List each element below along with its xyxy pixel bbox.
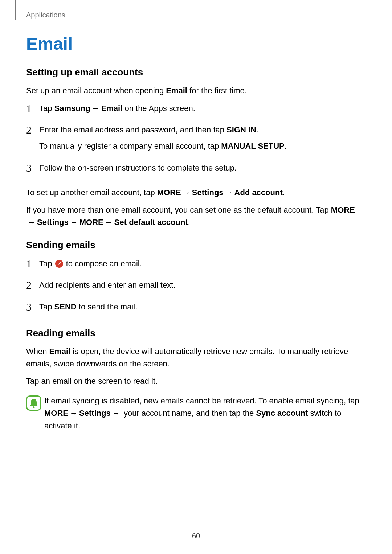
arrow-icon: → (224, 186, 234, 199)
heading-setup: Setting up email accounts (26, 67, 362, 78)
text: . (285, 141, 287, 151)
text-bold: Add account (234, 188, 283, 197)
step-body: Tap SEND to send the mail. (39, 300, 362, 317)
step-number: 2 (26, 279, 39, 291)
step-number: 1 (26, 102, 39, 114)
step-2: 2 Add recipients and enter an email text… (26, 279, 362, 295)
arrow-icon: → (68, 407, 79, 419)
text-bold: MORE (331, 205, 355, 214)
step-text: To manually register a company email acc… (39, 140, 362, 152)
text: To set up another email account, tap (26, 188, 157, 197)
text: for the first time. (187, 86, 247, 95)
text: If email syncing is disabled, new emails… (44, 396, 359, 405)
text: . (283, 188, 285, 197)
reading-p1: When Email is open, the device will auto… (26, 345, 362, 370)
reading-p2: Tap an email on the screen to read it. (26, 375, 362, 387)
step-3: 3 Tap SEND to send the mail. (26, 300, 362, 317)
text-bold: Samsung (54, 104, 90, 113)
text-bold: Sync account (256, 409, 308, 418)
step-number: 2 (26, 123, 39, 136)
text-bold: Email (101, 104, 123, 113)
text: If you have more than one email account,… (26, 205, 331, 214)
text: Tap (39, 259, 54, 268)
text-bold: Email (166, 86, 187, 95)
text: Enter the email address and password, an… (39, 125, 226, 134)
text: Set up an email account when opening (26, 86, 166, 95)
text-bold: MORE (44, 409, 68, 418)
sending-steps: 1 Tap to compose an email. 2 Add rec (26, 257, 362, 317)
text: . (256, 125, 258, 134)
header-rule (15, 0, 21, 20)
tip-block: If email syncing is disabled, new emails… (26, 395, 362, 432)
text: to send the mail. (77, 302, 138, 311)
text-bold: Email (49, 347, 71, 356)
step-2: 2 Enter the email address and password, … (26, 123, 362, 156)
text-bold: Settings (79, 409, 111, 418)
arrow-icon: → (69, 216, 79, 229)
step-body: Tap to compose an email. (39, 257, 362, 274)
page-title: Email (26, 34, 362, 54)
step-3: 3 Follow the on-screen instructions to c… (26, 161, 362, 178)
step-1: 1 Tap to compose an email. (26, 257, 362, 274)
step-number: 3 (26, 161, 39, 174)
section-header: Applications (26, 11, 65, 19)
step-body: Add recipients and enter an email text. (39, 279, 362, 295)
notification-icon (26, 395, 41, 412)
text: To manually register a company email acc… (39, 141, 221, 151)
text: Tap (39, 302, 54, 311)
step-text: Add recipients and enter an email text. (39, 279, 362, 291)
text: When (26, 347, 49, 356)
arrow-icon: → (26, 216, 37, 229)
setup-after-1: To set up another email account, tap MOR… (26, 186, 362, 199)
setup-after-2: If you have more than one email account,… (26, 204, 362, 229)
heading-reading: Reading emails (26, 328, 362, 339)
setup-intro: Set up an email account when opening Ema… (26, 85, 362, 97)
arrow-icon: → (111, 407, 122, 419)
svg-point-2 (33, 406, 35, 408)
text-bold: MANUAL SETUP (221, 141, 284, 151)
step-body: Enter the email address and password, an… (39, 123, 362, 156)
step-text: Enter the email address and password, an… (39, 123, 362, 136)
text: . (188, 218, 190, 227)
step-1: 1 Tap Samsung → Email on the Apps screen… (26, 102, 362, 118)
step-text: Tap Samsung → Email on the Apps screen. (39, 102, 362, 115)
step-number: 3 (26, 300, 39, 313)
page-content: Email Setting up email accounts Set up a… (26, 34, 362, 432)
step-text: Tap to compose an email. (39, 257, 362, 270)
text-bold: MORE (79, 218, 103, 227)
text: to compose an email. (66, 259, 142, 268)
text-bold: Set default account (114, 218, 188, 227)
text: on the Apps screen. (122, 104, 195, 113)
text-bold: MORE (157, 188, 181, 197)
compose-icon (55, 260, 63, 268)
heading-sending: Sending emails (26, 239, 362, 251)
text: your account name, and then tap the (122, 409, 256, 418)
arrow-icon: → (103, 216, 114, 229)
text-bold: Settings (192, 188, 224, 197)
page-number: 60 (0, 532, 392, 540)
arrow-icon: → (90, 102, 101, 115)
step-number: 1 (26, 257, 39, 270)
text-bold: SIGN IN (226, 125, 256, 134)
step-text: Follow the on-screen instructions to com… (39, 161, 362, 174)
text: is open, the device will automatically r… (26, 347, 348, 368)
arrow-icon: → (181, 186, 192, 199)
step-text: Tap SEND to send the mail. (39, 300, 362, 313)
step-body: Tap Samsung → Email on the Apps screen. (39, 102, 362, 118)
text-bold: Settings (37, 218, 69, 227)
setup-steps: 1 Tap Samsung → Email on the Apps screen… (26, 102, 362, 178)
text-bold: SEND (54, 302, 77, 311)
text: Tap (39, 104, 54, 113)
tip-text: If email syncing is disabled, new emails… (44, 395, 362, 432)
step-body: Follow the on-screen instructions to com… (39, 161, 362, 178)
